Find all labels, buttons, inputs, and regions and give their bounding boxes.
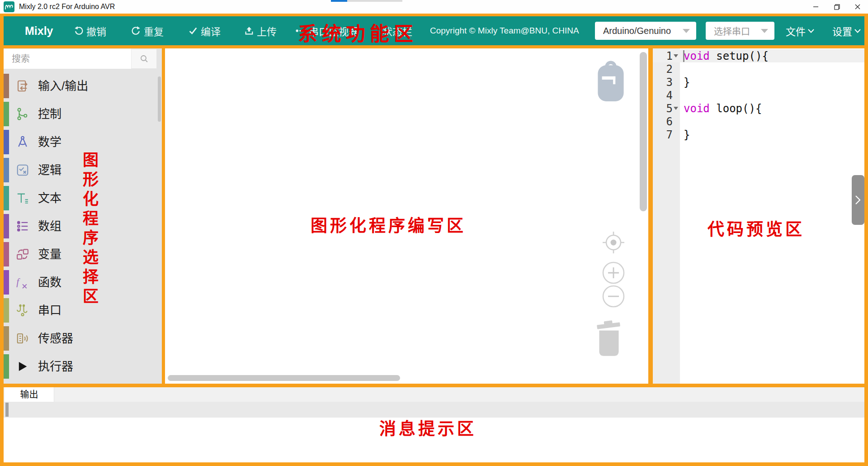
chevron-down-icon — [808, 29, 814, 33]
fold-toggle-icon[interactable] — [673, 107, 679, 110]
canvas-horizontal-scrollbar[interactable] — [168, 375, 400, 381]
sidebar-item-logic[interactable]: 逻辑 — [4, 156, 162, 184]
variable-swap-icon — [15, 247, 30, 262]
annotation-block-editing-area: 图形化程序编写区 — [311, 212, 466, 237]
code-text: } — [684, 128, 690, 141]
sidebar-item-label: 传感器 — [38, 324, 73, 352]
status-bar-button[interactable]: 状态栏 — [382, 16, 412, 45]
message-caret — [5, 403, 9, 417]
sidebar-scrollbar[interactable] — [158, 76, 161, 122]
code-text: setup(){ — [710, 50, 769, 62]
line-number: 7 — [653, 128, 673, 141]
sidebar-item-control[interactable]: 控制 — [4, 100, 162, 128]
category-color-bar — [4, 74, 9, 98]
serial-icon — [295, 26, 306, 36]
compile-button[interactable]: 编译 — [188, 16, 221, 45]
code-keyword: void — [684, 50, 710, 62]
line-number: 1 — [653, 50, 673, 62]
serial-monitor-label: 串口监视器 — [309, 24, 359, 38]
sidebar-item-function[interactable]: f 函数 — [4, 268, 162, 296]
code-lines: 1 void setup(){ 2 3 } 4 — [653, 49, 864, 141]
tab-output-label: 输出 — [20, 390, 38, 399]
canvas-vertical-scrollbar[interactable] — [640, 52, 647, 211]
settings-menu[interactable]: 设置 — [832, 16, 861, 45]
sidebar-item-label: 输入/输出 — [38, 72, 88, 100]
restore-button[interactable] — [826, 0, 847, 14]
redo-button[interactable]: 重复 — [131, 16, 164, 45]
array-list-icon — [15, 219, 30, 233]
code-line: 6 — [653, 115, 864, 128]
panel-expand-handle[interactable] — [852, 175, 864, 225]
function-fx-icon: f — [15, 275, 30, 290]
redo-icon — [131, 26, 141, 36]
code-line: 2 — [653, 62, 864, 76]
sidebar-item-label: 逻辑 — [38, 156, 61, 184]
category-color-bar — [4, 326, 9, 351]
input-output-icon — [15, 79, 30, 93]
settings-menu-label: 设置 — [832, 24, 852, 38]
category-color-bar — [4, 158, 9, 182]
board-select-value: Arduino/Genuino — [603, 26, 671, 36]
mixly-window: Mixly 2.0 rc2 For Arduino AVR Mixly — [0, 0, 868, 466]
svg-text:f: f — [16, 276, 20, 287]
undo-button[interactable]: 撤销 — [74, 16, 106, 45]
zoom-in-button[interactable] — [601, 260, 626, 285]
line-number: 5 — [653, 102, 673, 115]
code-preview-panel: 1 void setup(){ 2 3 } 4 — [653, 48, 864, 384]
sidebar-item-text[interactable]: 文本 — [4, 184, 162, 212]
sidebar-item-array[interactable]: 数组 — [4, 212, 162, 240]
sidebar-item-variable[interactable]: 变量 — [4, 240, 162, 268]
sensor-icon — [15, 331, 30, 346]
chevron-down-icon — [761, 29, 768, 33]
block-workspace[interactable]: 图形化程序编写区 — [165, 48, 648, 384]
message-input-strip[interactable] — [4, 402, 864, 418]
fold-toggle-icon[interactable] — [673, 54, 679, 57]
center-view-button[interactable] — [601, 230, 626, 255]
sidebar-item-math[interactable]: 数学 — [4, 128, 162, 156]
upload-button[interactable]: 上传 — [244, 16, 277, 45]
sidebar-item-actuator[interactable]: 执行器 — [4, 352, 162, 380]
titlebar: Mixly 2.0 rc2 For Arduino AVR — [0, 0, 868, 14]
serial-monitor-button[interactable]: 串口监视器 — [295, 16, 359, 45]
redo-label: 重复 — [144, 24, 164, 38]
port-select[interactable]: 选择串口 — [706, 22, 774, 40]
search-input[interactable] — [4, 49, 131, 69]
line-number: 3 — [653, 76, 673, 89]
annotation-code-preview-area: 代码预览区 — [708, 216, 805, 240]
sidebar-item-serial[interactable]: 串口 — [4, 296, 162, 324]
sidebar-item-sensor[interactable]: 传感器 — [4, 324, 162, 352]
upload-icon — [244, 26, 254, 36]
sidebar-item-label: 函数 — [38, 268, 61, 296]
app-frame: Mixly 撤销 重复 编译 — [0, 14, 868, 466]
code-keyword: void — [684, 102, 710, 115]
chevron-down-icon — [683, 29, 690, 33]
line-number: 2 — [653, 63, 673, 76]
board-select[interactable]: Arduino/Genuino — [595, 22, 696, 40]
category-color-bar — [4, 354, 9, 379]
status-bar-label: 状态栏 — [382, 24, 412, 38]
sidebar-item-label: 数学 — [38, 128, 61, 156]
sidebar-item-input-output[interactable]: 输入/输出 — [4, 72, 162, 100]
annotation-message-area: 消息提示区 — [379, 415, 476, 440]
category-color-bar — [4, 270, 9, 295]
copyright-text: Copyright © Mixly Team@BNU, CHINA — [430, 16, 579, 45]
upload-label: 上传 — [257, 24, 277, 38]
minimize-button[interactable] — [806, 0, 826, 14]
top-progress-track — [347, 0, 402, 2]
search-button[interactable] — [131, 49, 157, 69]
compile-label: 编译 — [201, 24, 221, 38]
close-button[interactable] — [847, 0, 868, 14]
trash-icon[interactable] — [595, 320, 623, 359]
chevron-down-icon — [854, 29, 861, 33]
backpack-icon[interactable] — [597, 59, 625, 102]
file-menu[interactable]: 文件 — [786, 16, 814, 45]
text-icon — [15, 191, 30, 205]
sidebar-item-label: 数组 — [38, 212, 61, 240]
tab-output[interactable]: 输出 — [5, 387, 54, 402]
control-icon — [15, 107, 30, 121]
category-color-bar — [4, 242, 9, 266]
zoom-out-button[interactable] — [601, 284, 626, 309]
window-title: Mixly 2.0 rc2 For Arduino AVR — [19, 0, 115, 14]
sidebar-item-label: 执行器 — [38, 352, 73, 380]
checkmark-icon — [188, 26, 198, 36]
